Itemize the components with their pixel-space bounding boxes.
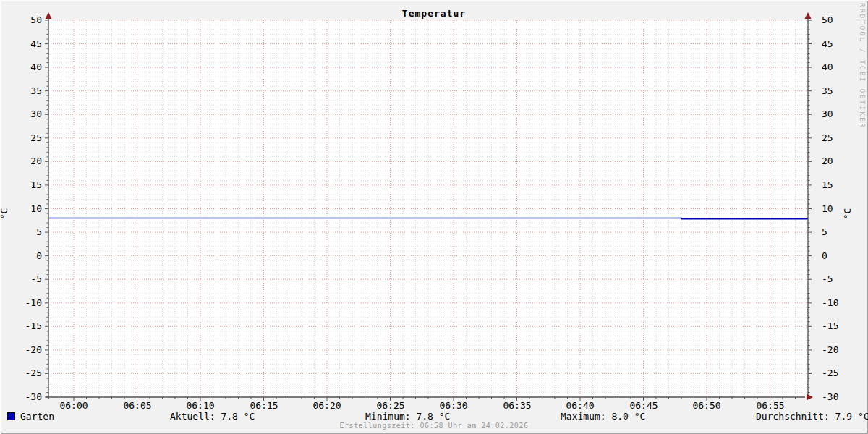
y-tick-label-right: 15: [822, 180, 865, 190]
x-tick-label: 06:30: [428, 401, 479, 411]
y-tick-label-right: -30: [822, 392, 865, 402]
y-tick-label-left: 30: [0, 109, 42, 119]
y-tick-label-left: 25: [0, 133, 42, 143]
y-tick-label-left: 0: [0, 251, 42, 261]
x-tick-label: 06:35: [492, 401, 542, 411]
y-tick-label-left: -25: [0, 368, 42, 378]
x-tick-label: 06:05: [112, 401, 163, 411]
x-tick-label: 06:20: [302, 401, 352, 411]
y-tick-label-left: -10: [0, 298, 42, 308]
x-tick-label: 06:10: [175, 401, 226, 411]
y-tick-label-right: 20: [822, 156, 865, 166]
y-tick-label-left: -30: [0, 392, 42, 402]
x-tick-label: 06:15: [239, 401, 289, 411]
y-tick-label-right: 25: [822, 133, 865, 143]
y-tick-label-right: -25: [822, 368, 865, 378]
rrdtool-watermark: RRDTOOL / TOBI OETIKER: [859, 3, 866, 129]
x-tick-label: 06:45: [618, 401, 669, 411]
chart-title: Temperatur: [0, 8, 868, 19]
y-tick-label-right: 5: [822, 227, 865, 237]
y-tick-label-left: -5: [0, 274, 42, 284]
y-tick-label-left: 35: [0, 86, 42, 96]
y-tick-label-left: 10: [0, 204, 42, 214]
x-tick-label: 06:55: [745, 401, 796, 411]
y-tick-label-left: 45: [0, 39, 42, 49]
rrdtool-graph: Temperatur °C °C 50454035302520151050-5-…: [0, 0, 868, 434]
y-tick-label-left: 20: [0, 156, 42, 166]
y-tick-label-right: -20: [822, 345, 865, 355]
y-tick-label-right: -5: [822, 274, 865, 284]
x-tick-label: 06:25: [365, 401, 416, 411]
x-tick-label: 06:50: [681, 401, 732, 411]
temperature-plot-canvas: [0, 0, 868, 434]
y-tick-label-right: 10: [822, 204, 865, 214]
x-tick-label: 06:40: [555, 401, 605, 411]
y-tick-label-right: -10: [822, 298, 865, 308]
y-tick-label-left: -20: [0, 345, 42, 355]
creation-time: Erstellungszeit: 06:58 Uhr am 24.02.2026: [0, 422, 868, 430]
y-tick-label-right: 0: [822, 251, 865, 261]
x-tick-label: 06:00: [48, 401, 99, 411]
y-tick-label-left: 40: [0, 62, 42, 72]
y-tick-label-left: -15: [0, 321, 42, 331]
y-tick-label-right: -15: [822, 321, 865, 331]
y-tick-label-left: 5: [0, 227, 42, 237]
y-tick-label-left: 15: [0, 180, 42, 190]
y-tick-label-left: 50: [0, 15, 42, 25]
